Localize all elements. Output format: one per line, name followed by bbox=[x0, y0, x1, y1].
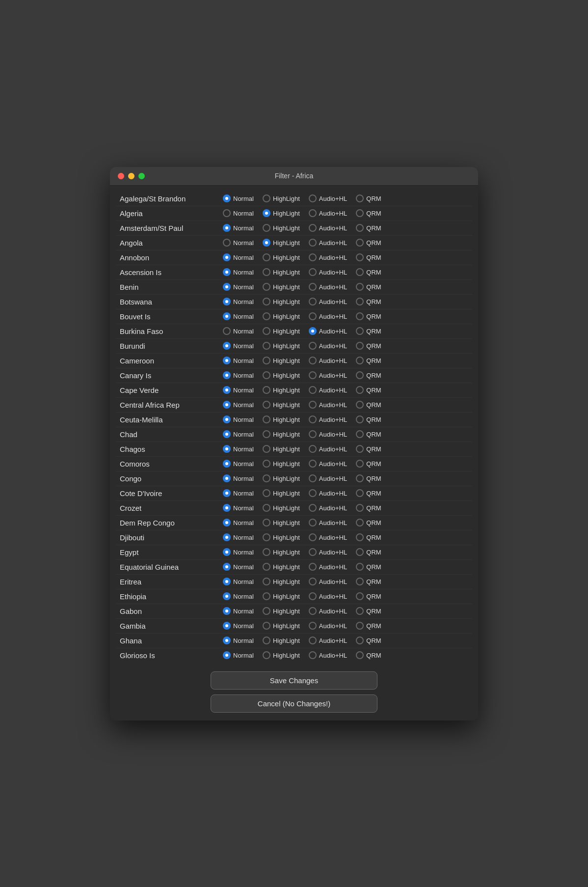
radio-circle[interactable] bbox=[263, 416, 270, 423]
radio-circle[interactable] bbox=[356, 563, 364, 571]
radio-option[interactable]: HighLight bbox=[263, 504, 300, 512]
radio-circle[interactable] bbox=[356, 283, 364, 291]
radio-option[interactable]: HighLight bbox=[263, 519, 300, 527]
radio-option[interactable]: QRM bbox=[356, 563, 381, 571]
radio-option[interactable]: Normal bbox=[223, 268, 254, 276]
radio-option[interactable]: HighLight bbox=[263, 342, 300, 350]
radio-option[interactable]: QRM bbox=[356, 224, 381, 232]
radio-circle[interactable] bbox=[309, 239, 317, 247]
radio-circle[interactable] bbox=[356, 194, 364, 202]
radio-circle[interactable] bbox=[223, 283, 231, 291]
radio-option[interactable]: Audio+HL bbox=[309, 401, 347, 409]
radio-option[interactable]: Audio+HL bbox=[309, 489, 347, 497]
radio-option[interactable]: Normal bbox=[223, 416, 254, 423]
radio-option[interactable]: Audio+HL bbox=[309, 504, 347, 512]
radio-option[interactable]: HighLight bbox=[263, 474, 300, 482]
radio-circle[interactable] bbox=[263, 283, 270, 291]
radio-option[interactable]: HighLight bbox=[263, 283, 300, 291]
radio-option[interactable]: QRM bbox=[356, 460, 381, 468]
radio-circle[interactable] bbox=[263, 268, 270, 276]
radio-circle[interactable] bbox=[356, 474, 364, 482]
radio-option[interactable]: QRM bbox=[356, 342, 381, 350]
radio-circle[interactable] bbox=[309, 312, 317, 320]
radio-option[interactable]: Normal bbox=[223, 209, 254, 217]
radio-circle[interactable] bbox=[356, 416, 364, 423]
radio-circle[interactable] bbox=[223, 209, 231, 217]
radio-circle[interactable] bbox=[356, 268, 364, 276]
radio-option[interactable]: Audio+HL bbox=[309, 268, 347, 276]
radio-circle[interactable] bbox=[309, 563, 317, 571]
radio-circle[interactable] bbox=[223, 312, 231, 320]
radio-circle[interactable] bbox=[356, 371, 364, 379]
radio-circle[interactable] bbox=[223, 357, 231, 364]
radio-option[interactable]: HighLight bbox=[263, 386, 300, 394]
radio-circle[interactable] bbox=[223, 504, 231, 512]
radio-option[interactable]: Normal bbox=[223, 651, 254, 659]
radio-circle[interactable] bbox=[223, 224, 231, 232]
radio-circle[interactable] bbox=[223, 622, 231, 630]
radio-circle[interactable] bbox=[356, 504, 364, 512]
radio-circle[interactable] bbox=[223, 578, 231, 585]
radio-option[interactable]: QRM bbox=[356, 209, 381, 217]
radio-circle[interactable] bbox=[263, 445, 270, 453]
radio-option[interactable]: Audio+HL bbox=[309, 651, 347, 659]
radio-option[interactable]: HighLight bbox=[263, 607, 300, 615]
radio-option[interactable]: QRM bbox=[356, 253, 381, 261]
radio-circle[interactable] bbox=[309, 607, 317, 615]
radio-circle[interactable] bbox=[309, 578, 317, 585]
radio-option[interactable]: Audio+HL bbox=[309, 607, 347, 615]
radio-circle[interactable] bbox=[263, 533, 270, 541]
radio-option[interactable]: HighLight bbox=[263, 416, 300, 423]
radio-circle[interactable] bbox=[263, 474, 270, 482]
radio-option[interactable]: HighLight bbox=[263, 253, 300, 261]
radio-circle[interactable] bbox=[223, 445, 231, 453]
radio-option[interactable]: HighLight bbox=[263, 548, 300, 556]
radio-option[interactable]: QRM bbox=[356, 312, 381, 320]
radio-circle[interactable] bbox=[309, 651, 317, 659]
radio-option[interactable]: HighLight bbox=[263, 489, 300, 497]
radio-option[interactable]: QRM bbox=[356, 637, 381, 644]
radio-circle[interactable] bbox=[309, 592, 317, 600]
radio-option[interactable]: Normal bbox=[223, 253, 254, 261]
radio-circle[interactable] bbox=[263, 401, 270, 409]
radio-option[interactable]: HighLight bbox=[263, 460, 300, 468]
radio-circle[interactable] bbox=[223, 548, 231, 556]
radio-circle[interactable] bbox=[356, 607, 364, 615]
radio-circle[interactable] bbox=[223, 460, 231, 468]
radio-circle[interactable] bbox=[356, 651, 364, 659]
radio-circle[interactable] bbox=[356, 386, 364, 394]
radio-circle[interactable] bbox=[223, 268, 231, 276]
radio-circle[interactable] bbox=[263, 578, 270, 585]
maximize-button[interactable] bbox=[138, 173, 145, 179]
radio-circle[interactable] bbox=[223, 430, 231, 438]
radio-circle[interactable] bbox=[356, 253, 364, 261]
radio-option[interactable]: Audio+HL bbox=[309, 592, 347, 600]
radio-option[interactable]: Normal bbox=[223, 327, 254, 335]
radio-circle[interactable] bbox=[309, 416, 317, 423]
radio-circle[interactable] bbox=[356, 592, 364, 600]
radio-circle[interactable] bbox=[223, 342, 231, 350]
radio-circle[interactable] bbox=[263, 519, 270, 527]
radio-circle[interactable] bbox=[356, 312, 364, 320]
radio-option[interactable]: HighLight bbox=[263, 239, 300, 247]
radio-circle[interactable] bbox=[263, 460, 270, 468]
radio-circle[interactable] bbox=[356, 342, 364, 350]
radio-circle[interactable] bbox=[309, 637, 317, 644]
radio-circle[interactable] bbox=[309, 253, 317, 261]
radio-circle[interactable] bbox=[356, 578, 364, 585]
radio-option[interactable]: HighLight bbox=[263, 327, 300, 335]
radio-circle[interactable] bbox=[223, 371, 231, 379]
radio-option[interactable]: Normal bbox=[223, 460, 254, 468]
radio-circle[interactable] bbox=[356, 224, 364, 232]
radio-option[interactable]: Normal bbox=[223, 342, 254, 350]
radio-circle[interactable] bbox=[263, 430, 270, 438]
radio-circle[interactable] bbox=[263, 298, 270, 305]
radio-circle[interactable] bbox=[223, 651, 231, 659]
radio-option[interactable]: Audio+HL bbox=[309, 239, 347, 247]
radio-circle[interactable] bbox=[309, 371, 317, 379]
radio-option[interactable]: HighLight bbox=[263, 194, 300, 202]
radio-circle[interactable] bbox=[223, 401, 231, 409]
radio-option[interactable]: HighLight bbox=[263, 622, 300, 630]
radio-option[interactable]: Audio+HL bbox=[309, 342, 347, 350]
radio-circle[interactable] bbox=[223, 416, 231, 423]
